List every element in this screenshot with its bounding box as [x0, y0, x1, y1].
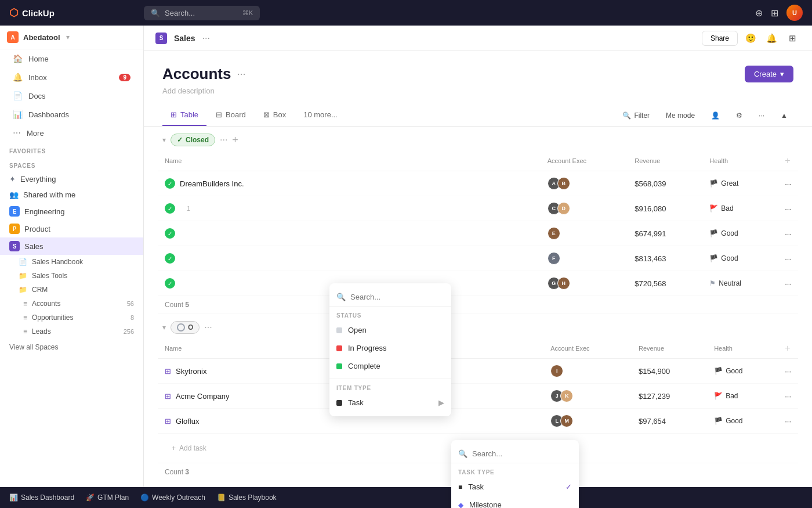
view-all-spaces[interactable]: View all Spaces — [0, 338, 143, 356]
emoji-icon[interactable]: 🙂 — [742, 30, 759, 46]
tab-table[interactable]: ⊞ Table — [162, 105, 206, 126]
open-collapse[interactable]: ▾ — [162, 323, 166, 332]
closed-group-add[interactable]: + — [232, 134, 238, 146]
sidebar-crm[interactable]: 📁 CRM — [0, 283, 143, 297]
sidebar-item-engineering[interactable]: E Engineering — [0, 203, 143, 220]
sidebar-leads[interactable]: ≡ Leads 256 — [0, 325, 143, 338]
people-icon: 👤 — [711, 111, 720, 120]
sidebar-item-everything[interactable]: ✦ Everything — [0, 171, 143, 187]
bottom-sales-dashboard[interactable]: 📊 Sales Dashboard — [9, 493, 74, 502]
notification-icon[interactable]: 🔔 — [763, 30, 780, 46]
add-col-btn-2[interactable]: + — [785, 343, 790, 353]
add-col-btn[interactable]: + — [785, 156, 790, 165]
sidebar-item-more[interactable]: ⋯ More — [3, 124, 140, 142]
group-closed-header: ▾ ✓ Closed ··· + — [158, 127, 798, 151]
row-name[interactable] — [180, 204, 182, 213]
tab-more[interactable]: 10 more... — [295, 105, 346, 126]
avatars: C D — [548, 202, 621, 215]
row-name[interactable] — [180, 279, 182, 288]
tabs-more-btn[interactable]: ··· — [753, 109, 770, 123]
status-open-item[interactable]: Open — [329, 321, 451, 339]
closed-collapse[interactable]: ▾ — [162, 136, 166, 144]
brand-logo: ⬡ ClickUp — [9, 6, 137, 19]
favorites-section: FAVORITES — [0, 142, 143, 157]
sidebar-item-home[interactable]: 🏠 Home — [3, 50, 140, 67]
open-item-label: Open — [348, 326, 367, 334]
search-bar[interactable]: 🔍 Search... ⌘K — [144, 6, 260, 20]
closed-status-badge[interactable]: ✓ Closed — [171, 134, 215, 146]
row-more[interactable]: ··· — [785, 254, 791, 263]
create-button[interactable]: Create ▾ — [745, 66, 793, 82]
sub-nav-dots[interactable]: ··· — [202, 33, 210, 44]
user-avatar[interactable]: U — [786, 5, 803, 21]
sales-more-btn[interactable]: ··· — [121, 242, 127, 251]
handbook-icon: 📄 — [19, 258, 27, 266]
filter-btn[interactable]: 🔍 Filter — [617, 109, 655, 123]
row-name[interactable] — [180, 229, 182, 238]
tab-box[interactable]: ⊠ Box — [255, 105, 294, 126]
row-name[interactable]: Gloflux — [176, 417, 199, 426]
avatar: I — [550, 365, 563, 377]
sidebar-tools[interactable]: 📁 Sales Tools — [0, 269, 143, 283]
workspace-icon: A — [7, 31, 19, 43]
tab-board[interactable]: ⊟ Board — [208, 105, 254, 126]
sidebar-item-docs[interactable]: 📄 Docs — [3, 87, 140, 105]
sidebar-item-inbox[interactable]: 🔔 Inbox 9 — [3, 69, 140, 86]
row-name[interactable]: Acme Company — [176, 392, 229, 401]
row-more[interactable]: ··· — [785, 392, 791, 401]
layout-icon[interactable]: ⊞ — [784, 30, 800, 46]
sub-nav-space-badge: S — [155, 33, 167, 44]
sidebar-item-product[interactable]: P Product — [0, 220, 143, 237]
add-description[interactable]: Add description — [162, 87, 793, 95]
add-icon[interactable]: ⊕ — [755, 8, 763, 19]
product-label: Product — [24, 225, 50, 233]
closed-group-dots[interactable]: ··· — [220, 135, 227, 145]
sidebar-accounts[interactable]: ≡ Accounts 56 — [0, 297, 143, 311]
open-status-badge[interactable]: O — [171, 321, 200, 334]
sub-dropdown-search-input[interactable] — [472, 449, 572, 458]
type-task-item[interactable]: ■ Task ✓ — [451, 478, 579, 496]
type-milestone-item[interactable]: ◆ Milestone — [451, 496, 579, 508]
row-more[interactable]: ··· — [785, 204, 791, 213]
row-more[interactable]: ··· — [785, 417, 791, 426]
open-circle-icon — [177, 323, 185, 332]
page-title-dots[interactable]: ··· — [237, 68, 245, 80]
dropdown-search-input[interactable] — [350, 293, 444, 301]
sidebar-item-shared[interactable]: 👥 Shared with me — [0, 187, 143, 203]
sales-add-btn[interactable]: + — [129, 242, 134, 251]
row-more[interactable]: ··· — [785, 229, 791, 238]
table-row: ✓ DreamBuilders Inc. A B $568,039 — [158, 171, 798, 196]
row-more[interactable]: ··· — [785, 279, 791, 288]
sales-label: Sales — [24, 242, 44, 251]
health-badge: 🏴 Good — [709, 254, 771, 262]
sidebar-item-dashboards[interactable]: 📊 Dashboards — [3, 106, 140, 123]
task-type-item[interactable]: Task ▶ — [329, 394, 451, 412]
status-inprogress-item[interactable]: In Progress — [329, 339, 451, 357]
row-name[interactable]: DreamBuilders Inc. — [180, 179, 244, 188]
row-status-complete: ✓ — [165, 253, 175, 264]
bottom-weekly-outreach[interactable]: 🔵 Weekly Outreach — [140, 493, 205, 502]
row-name[interactable] — [180, 254, 182, 263]
people-btn[interactable]: 👤 — [705, 109, 726, 123]
bottom-gtm-plan[interactable]: 🚀 GTM Plan — [86, 493, 129, 502]
sidebar-item-sales[interactable]: S Sales ··· + — [0, 237, 143, 255]
avatars: A B — [548, 177, 621, 190]
memode-btn[interactable]: Me mode — [660, 109, 701, 123]
grid-icon[interactable]: ⊞ — [771, 8, 778, 19]
collapse-btn[interactable]: ▲ — [775, 109, 793, 123]
status-complete-item[interactable]: Complete — [329, 357, 451, 375]
share-button[interactable]: Share — [702, 31, 738, 46]
bottom-sales-playbook[interactable]: 📒 Sales Playbook — [217, 493, 277, 502]
settings-btn[interactable]: ⚙ — [730, 109, 748, 123]
search-icon: 🔍 — [151, 9, 160, 17]
home-icon: 🏠 — [13, 54, 23, 63]
sidebar-handbook[interactable]: 📄 Sales Handbook — [0, 255, 143, 269]
search-icon-dd: 🔍 — [336, 293, 346, 301]
row-more[interactable]: ··· — [785, 367, 791, 376]
avatar: M — [560, 415, 573, 427]
row-more[interactable]: ··· — [785, 179, 791, 188]
row-name[interactable]: Skytronix — [176, 367, 206, 376]
workspace-header[interactable]: A Abedatool ▾ — [0, 26, 143, 49]
open-group-dots[interactable]: ··· — [204, 322, 212, 333]
sidebar-opportunities[interactable]: ≡ Opportunities 8 — [0, 311, 143, 325]
